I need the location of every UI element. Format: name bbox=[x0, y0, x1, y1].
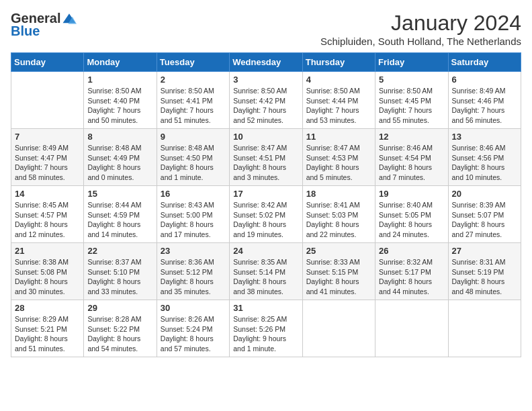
calendar-table: SundayMondayTuesdayWednesdayThursdayFrid… bbox=[11, 52, 521, 357]
day-info: Sunrise: 8:47 AMSunset: 4:51 PMDaylight:… bbox=[233, 143, 298, 183]
day-info: Sunrise: 8:25 AMSunset: 5:26 PMDaylight:… bbox=[233, 314, 298, 354]
calendar-cell: 31Sunrise: 8:25 AMSunset: 5:26 PMDayligh… bbox=[230, 300, 302, 357]
calendar-cell: 29Sunrise: 8:28 AMSunset: 5:22 PMDayligh… bbox=[84, 300, 157, 357]
calendar-cell: 15Sunrise: 8:44 AMSunset: 4:59 PMDayligh… bbox=[84, 186, 157, 243]
day-info: Sunrise: 8:36 AMSunset: 5:12 PMDaylight:… bbox=[161, 257, 226, 297]
day-number: 21 bbox=[15, 246, 80, 256]
day-info: Sunrise: 8:50 AMSunset: 4:42 PMDaylight:… bbox=[233, 86, 298, 126]
day-info: Sunrise: 8:45 AMSunset: 4:57 PMDaylight:… bbox=[15, 200, 80, 240]
day-number: 14 bbox=[15, 189, 80, 199]
calendar-cell: 14Sunrise: 8:45 AMSunset: 4:57 PMDayligh… bbox=[11, 186, 84, 243]
title-block: January 2024 Schipluiden, South Holland,… bbox=[320, 11, 521, 47]
day-info: Sunrise: 8:32 AMSunset: 5:17 PMDaylight:… bbox=[379, 257, 444, 297]
day-info: Sunrise: 8:37 AMSunset: 5:10 PMDaylight:… bbox=[87, 257, 152, 297]
calendar-week-2: 7Sunrise: 8:49 AMSunset: 4:47 PMDaylight… bbox=[11, 129, 521, 186]
calendar-cell: 21Sunrise: 8:38 AMSunset: 5:08 PMDayligh… bbox=[11, 243, 84, 300]
header-thursday: Thursday bbox=[302, 53, 375, 72]
day-info: Sunrise: 8:50 AMSunset: 4:41 PMDaylight:… bbox=[161, 86, 226, 126]
calendar-cell: 3Sunrise: 8:50 AMSunset: 4:42 PMDaylight… bbox=[230, 72, 302, 129]
calendar-cell: 5Sunrise: 8:50 AMSunset: 4:45 PMDaylight… bbox=[375, 72, 448, 129]
day-number: 16 bbox=[161, 189, 226, 199]
day-info: Sunrise: 8:50 AMSunset: 4:45 PMDaylight:… bbox=[379, 86, 444, 126]
day-number: 30 bbox=[161, 303, 226, 313]
day-number: 23 bbox=[161, 246, 226, 256]
calendar-cell: 9Sunrise: 8:48 AMSunset: 4:50 PMDaylight… bbox=[157, 129, 229, 186]
header-saturday: Saturday bbox=[448, 53, 521, 72]
day-info: Sunrise: 8:48 AMSunset: 4:49 PMDaylight:… bbox=[87, 143, 152, 183]
day-number: 29 bbox=[87, 303, 152, 313]
day-number: 1 bbox=[87, 75, 152, 85]
header-tuesday: Tuesday bbox=[157, 53, 229, 72]
day-number: 8 bbox=[87, 132, 152, 142]
calendar-cell: 23Sunrise: 8:36 AMSunset: 5:12 PMDayligh… bbox=[157, 243, 229, 300]
day-number: 9 bbox=[161, 132, 226, 142]
day-info: Sunrise: 8:26 AMSunset: 5:24 PMDaylight:… bbox=[161, 314, 226, 354]
day-number: 11 bbox=[306, 132, 371, 142]
day-info: Sunrise: 8:42 AMSunset: 5:02 PMDaylight:… bbox=[233, 200, 298, 240]
day-number: 6 bbox=[452, 75, 517, 85]
calendar-header-row: SundayMondayTuesdayWednesdayThursdayFrid… bbox=[11, 53, 521, 72]
calendar-cell: 18Sunrise: 8:41 AMSunset: 5:03 PMDayligh… bbox=[302, 186, 375, 243]
calendar-week-1: 1Sunrise: 8:50 AMSunset: 4:40 PMDaylight… bbox=[11, 72, 521, 129]
calendar-cell: 12Sunrise: 8:46 AMSunset: 4:54 PMDayligh… bbox=[375, 129, 448, 186]
calendar-cell: 22Sunrise: 8:37 AMSunset: 5:10 PMDayligh… bbox=[84, 243, 157, 300]
calendar-cell: 28Sunrise: 8:29 AMSunset: 5:21 PMDayligh… bbox=[11, 300, 84, 357]
calendar-cell: 25Sunrise: 8:33 AMSunset: 5:15 PMDayligh… bbox=[302, 243, 375, 300]
day-info: Sunrise: 8:46 AMSunset: 4:54 PMDaylight:… bbox=[379, 143, 444, 183]
header-wednesday: Wednesday bbox=[230, 53, 302, 72]
calendar-cell: 4Sunrise: 8:50 AMSunset: 4:44 PMDaylight… bbox=[302, 72, 375, 129]
header: General Blue January 2024 Schipluiden, S… bbox=[11, 11, 521, 47]
day-number: 22 bbox=[87, 246, 152, 256]
day-info: Sunrise: 8:41 AMSunset: 5:03 PMDaylight:… bbox=[306, 200, 371, 240]
calendar-cell: 17Sunrise: 8:42 AMSunset: 5:02 PMDayligh… bbox=[230, 186, 302, 243]
header-monday: Monday bbox=[84, 53, 157, 72]
day-number: 15 bbox=[87, 189, 152, 199]
day-number: 5 bbox=[379, 75, 444, 85]
calendar-week-4: 21Sunrise: 8:38 AMSunset: 5:08 PMDayligh… bbox=[11, 243, 521, 300]
day-info: Sunrise: 8:46 AMSunset: 4:56 PMDaylight:… bbox=[452, 143, 517, 183]
day-number: 27 bbox=[452, 246, 517, 256]
day-number: 12 bbox=[379, 132, 444, 142]
day-number: 4 bbox=[306, 75, 371, 85]
calendar-cell: 20Sunrise: 8:39 AMSunset: 5:07 PMDayligh… bbox=[448, 186, 521, 243]
calendar-cell: 10Sunrise: 8:47 AMSunset: 4:51 PMDayligh… bbox=[230, 129, 302, 186]
calendar-cell: 30Sunrise: 8:26 AMSunset: 5:24 PMDayligh… bbox=[157, 300, 229, 357]
day-info: Sunrise: 8:50 AMSunset: 4:40 PMDaylight:… bbox=[87, 86, 152, 126]
day-info: Sunrise: 8:29 AMSunset: 5:21 PMDaylight:… bbox=[15, 314, 80, 354]
day-info: Sunrise: 8:49 AMSunset: 4:46 PMDaylight:… bbox=[452, 86, 517, 126]
day-info: Sunrise: 8:40 AMSunset: 5:05 PMDaylight:… bbox=[379, 200, 444, 240]
calendar-cell: 7Sunrise: 8:49 AMSunset: 4:47 PMDaylight… bbox=[11, 129, 84, 186]
location: Schipluiden, South Holland, The Netherla… bbox=[320, 36, 521, 47]
calendar-cell: 24Sunrise: 8:35 AMSunset: 5:14 PMDayligh… bbox=[230, 243, 302, 300]
day-number: 28 bbox=[15, 303, 80, 313]
day-number: 20 bbox=[452, 189, 517, 199]
calendar-cell: 11Sunrise: 8:47 AMSunset: 4:53 PMDayligh… bbox=[302, 129, 375, 186]
logo-icon bbox=[62, 11, 77, 26]
calendar-cell bbox=[302, 300, 375, 357]
day-info: Sunrise: 8:44 AMSunset: 4:59 PMDaylight:… bbox=[87, 200, 152, 240]
calendar-cell: 19Sunrise: 8:40 AMSunset: 5:05 PMDayligh… bbox=[375, 186, 448, 243]
calendar-cell: 1Sunrise: 8:50 AMSunset: 4:40 PMDaylight… bbox=[84, 72, 157, 129]
day-number: 7 bbox=[15, 132, 80, 142]
day-number: 17 bbox=[233, 189, 298, 199]
calendar-cell: 16Sunrise: 8:43 AMSunset: 5:00 PMDayligh… bbox=[157, 186, 229, 243]
header-sunday: Sunday bbox=[11, 53, 84, 72]
day-info: Sunrise: 8:47 AMSunset: 4:53 PMDaylight:… bbox=[306, 143, 371, 183]
day-info: Sunrise: 8:48 AMSunset: 4:50 PMDaylight:… bbox=[161, 143, 226, 183]
day-number: 3 bbox=[233, 75, 298, 85]
day-info: Sunrise: 8:31 AMSunset: 5:19 PMDaylight:… bbox=[452, 257, 517, 297]
day-info: Sunrise: 8:28 AMSunset: 5:22 PMDaylight:… bbox=[87, 314, 152, 354]
logo: General Blue bbox=[11, 11, 77, 39]
day-info: Sunrise: 8:38 AMSunset: 5:08 PMDaylight:… bbox=[15, 257, 80, 297]
day-number: 2 bbox=[161, 75, 226, 85]
day-info: Sunrise: 8:39 AMSunset: 5:07 PMDaylight:… bbox=[452, 200, 517, 240]
day-info: Sunrise: 8:50 AMSunset: 4:44 PMDaylight:… bbox=[306, 86, 371, 126]
calendar-cell bbox=[448, 300, 521, 357]
month-year: January 2024 bbox=[320, 11, 521, 36]
calendar-week-3: 14Sunrise: 8:45 AMSunset: 4:57 PMDayligh… bbox=[11, 186, 521, 243]
day-number: 31 bbox=[233, 303, 298, 313]
calendar-cell bbox=[375, 300, 448, 357]
calendar-cell bbox=[11, 72, 84, 129]
day-number: 26 bbox=[379, 246, 444, 256]
day-info: Sunrise: 8:33 AMSunset: 5:15 PMDaylight:… bbox=[306, 257, 371, 297]
